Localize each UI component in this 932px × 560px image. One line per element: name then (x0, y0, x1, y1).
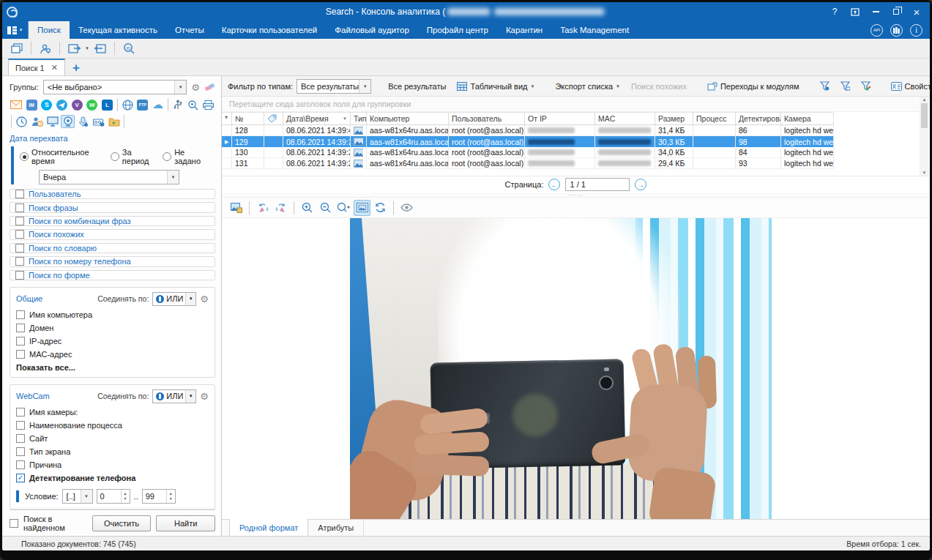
menu-item-user-cards[interactable]: Карточки пользователей (213, 21, 327, 39)
filter-dictionary-checkbox[interactable] (15, 244, 24, 253)
next-page-button[interactable]: → (635, 179, 646, 190)
user-activity-icon[interactable] (30, 115, 44, 128)
search-in-found-checkbox[interactable] (10, 519, 18, 528)
zoom-level-menu-icon[interactable] (335, 200, 352, 216)
usb-icon[interactable] (171, 98, 185, 111)
refresh-icon[interactable] (372, 200, 389, 216)
menu-item-reports[interactable]: Отчеты (166, 21, 213, 39)
monitor-icon[interactable] (45, 115, 59, 128)
im-messenger-icon[interactable]: IM (25, 98, 39, 111)
filter-phrase[interactable]: Поиск фразы (10, 202, 215, 212)
common-settings-icon[interactable]: ⚙ (200, 294, 209, 304)
col-size[interactable]: Размер (655, 113, 693, 124)
col-process[interactable]: Процесс (693, 113, 736, 124)
all-results-button[interactable]: Все результаты (384, 78, 450, 94)
show-all-link[interactable]: Показать все... (16, 363, 209, 372)
info-icon[interactable]: i (910, 24, 922, 37)
http-icon[interactable] (121, 98, 135, 111)
printer-icon[interactable] (201, 98, 215, 111)
filter-by-type-select[interactable]: Все результаты▼ (297, 79, 371, 94)
clear-groups-icon[interactable] (204, 83, 215, 92)
site-checkbox[interactable] (16, 434, 25, 443)
tab-native-format[interactable]: Родной формат (229, 519, 308, 536)
menu-item-current-activity[interactable]: Текущая активность (70, 21, 166, 39)
filter-funnel-computer-icon[interactable] (837, 78, 854, 94)
col-datetime[interactable]: Дата\Время▼ (283, 113, 351, 124)
mac-checkbox[interactable] (16, 350, 25, 359)
common-ip[interactable]: IP-адрес (16, 337, 209, 346)
filter-phrase-combination-checkbox[interactable] (15, 217, 24, 225)
col-user[interactable]: Пользователь (449, 113, 525, 124)
fit-to-window-icon[interactable] (354, 200, 370, 216)
zoom-in-icon[interactable] (299, 200, 316, 216)
common-mac[interactable]: MAC-адрес (16, 350, 209, 359)
phone-detection-checkbox[interactable]: ✓ (16, 474, 25, 482)
prev-page-button[interactable]: ← (548, 179, 560, 190)
cascade-windows-icon[interactable] (8, 40, 26, 56)
table-view-button[interactable]: Табличный вид▼ (453, 78, 538, 94)
relative-time-select[interactable]: Вчера▼ (39, 170, 179, 184)
reason-checkbox[interactable] (16, 460, 25, 469)
library-icon[interactable] (890, 24, 903, 37)
col-mac[interactable]: MAC (595, 113, 655, 124)
camera-name-checkbox[interactable] (16, 408, 25, 417)
condition-from-spinner[interactable]: 0▲▼ (97, 489, 130, 504)
filter-form[interactable]: Поиск по форме (10, 270, 215, 280)
search-similar-button[interactable]: Поиск похожих (627, 78, 690, 94)
process-name-checkbox[interactable] (16, 421, 25, 430)
col-marker[interactable]: * (222, 113, 232, 124)
webcam-screen-type[interactable]: Тип экрана (16, 447, 209, 456)
col-tag[interactable] (264, 113, 283, 124)
col-camera[interactable]: Камера (781, 113, 834, 124)
zoom-out-icon[interactable] (317, 200, 334, 216)
filter-user[interactable]: Пользователь (10, 189, 215, 199)
group-by-bar[interactable]: Перетащите сюда заголовок поля для групп… (222, 97, 930, 112)
search-by-id-icon[interactable]: ID (120, 40, 138, 56)
filter-phrase-combination[interactable]: Поиск по комбинации фраз (10, 216, 215, 226)
table-row-selected[interactable]: ▶129 08.06.2021 14:39:38 aas-w81x64ru.aa… (222, 136, 834, 147)
menu-item-search[interactable]: Поиск (29, 21, 70, 39)
domain-checkbox[interactable] (16, 324, 25, 332)
microphone-icon[interactable] (76, 115, 90, 128)
table-scrollbar[interactable]: ▲▼ (920, 97, 929, 176)
filter-form-checkbox[interactable] (15, 271, 24, 280)
col-detected[interactable]: Детектирова (736, 113, 781, 124)
add-tab-button[interactable]: + (72, 61, 80, 75)
filter-similar-checkbox[interactable] (15, 230, 24, 239)
app-menu-button[interactable]: ▼ (2, 21, 29, 39)
filter-funnel-color-icon[interactable] (857, 78, 874, 94)
viber-icon[interactable]: V (70, 98, 84, 111)
radio-relative-time[interactable] (20, 152, 29, 161)
device-search-icon[interactable] (187, 98, 201, 111)
col-computer[interactable]: Компьютер (367, 113, 449, 124)
webcam-process-name[interactable]: Наименование процесса (16, 421, 209, 430)
rotate-right-icon[interactable] (272, 200, 289, 216)
scroll-thumb[interactable] (921, 103, 928, 128)
close-button[interactable]: × (908, 4, 925, 19)
tab-attributes[interactable]: Атрибуты (308, 520, 364, 536)
webcam-icon[interactable] (61, 115, 75, 128)
clear-button[interactable]: Очистить (92, 515, 152, 531)
module-transitions-button[interactable]: Переходы к модулям (704, 78, 803, 94)
import-tab-icon[interactable] (92, 40, 109, 56)
lync-icon[interactable]: L (100, 98, 114, 111)
menu-item-task-management[interactable]: Task Management (551, 21, 638, 39)
minimize-button[interactable] (867, 4, 884, 19)
user-search-icon[interactable] (37, 40, 54, 56)
skype-icon[interactable]: S (40, 98, 53, 111)
common-domain[interactable]: Домен (16, 324, 209, 332)
eye-icon[interactable] (398, 200, 415, 216)
webcam-camera-name[interactable]: Имя камеры: (16, 408, 209, 417)
menu-item-profile-center[interactable]: Профайл центр (418, 21, 497, 39)
scroll-down-icon[interactable]: ▼ (922, 171, 927, 175)
webcam-reason[interactable]: Причина (16, 460, 209, 469)
tab-close-icon[interactable]: ✕ (51, 63, 58, 72)
mail-icon[interactable] (10, 98, 23, 111)
condition-operator-select[interactable]: [..]▼ (62, 489, 93, 504)
ip-checkbox[interactable] (16, 337, 25, 346)
menu-item-quarantine[interactable]: Карантин (497, 21, 551, 39)
col-filetype[interactable]: Тип фа (351, 113, 367, 124)
computer-name-checkbox[interactable] (16, 310, 25, 319)
tab-search-1[interactable]: Поиск 1✕ (8, 59, 65, 75)
radio-not-set[interactable] (163, 152, 171, 161)
